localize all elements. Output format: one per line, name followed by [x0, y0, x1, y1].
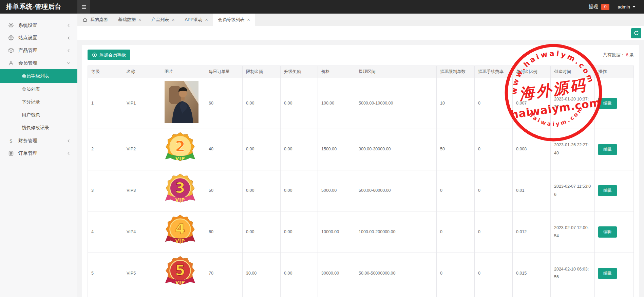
- cell-image: [161, 78, 205, 129]
- cell-withdraw_fee_rate: 0: [475, 129, 513, 170]
- cell-level: [88, 294, 123, 297]
- cell-created_at: 2023-02-07 11:53:06: [551, 170, 595, 211]
- cell-action: 编辑: [595, 253, 634, 294]
- edit-button[interactable]: 编辑: [598, 144, 617, 155]
- tab-close-icon[interactable]: ×: [247, 17, 250, 22]
- edit-button[interactable]: 编辑: [598, 268, 617, 279]
- vip3-badge: 3VIP: [165, 173, 196, 206]
- svg-text:VIP: VIP: [175, 280, 185, 285]
- sidebar-item-downscore-records[interactable]: 下分记录: [0, 96, 77, 109]
- cell-limit_amount: 0.00: [243, 170, 281, 211]
- chevron-left-icon: [67, 23, 71, 27]
- sidebar-item-wallet-change-records[interactable]: 钱包修改记录: [0, 122, 77, 134]
- home-icon: [82, 17, 88, 22]
- cell-withdraw_range: 300.00-30000.00: [355, 129, 437, 170]
- tab-basic-data[interactable]: 基础数据×: [113, 14, 146, 26]
- tab-label: 会员等级列表: [218, 17, 245, 23]
- cell-withdraw_range: 500.00-60000.00: [355, 170, 437, 211]
- edit-button[interactable]: 编辑: [598, 226, 617, 238]
- sidebar-item-finance-management[interactable]: $财务管理: [0, 134, 77, 147]
- sidebar-item-label: 订单管理: [18, 150, 62, 156]
- tab-my-desktop[interactable]: 我的桌面: [77, 14, 113, 26]
- tab-close-icon[interactable]: ×: [172, 17, 174, 22]
- cell-withdraw_fee_rate: 0: [475, 211, 513, 253]
- tab-app-scroll[interactable]: APP滚动×: [179, 14, 213, 26]
- site-settings-icon: [8, 35, 14, 41]
- user-menu[interactable]: admin: [618, 4, 636, 10]
- cell-price: 10000.00: [318, 211, 355, 253]
- sidebar-item-product-management[interactable]: 产品管理: [0, 44, 77, 57]
- svg-text:VIP: VIP: [175, 238, 185, 244]
- tab-close-icon[interactable]: ×: [138, 17, 141, 22]
- cell-image: 6VIP: [161, 294, 205, 297]
- sidebar-item-label: 产品管理: [18, 48, 62, 54]
- tab-label: 产品列表: [151, 17, 169, 23]
- member-management-icon: [8, 60, 14, 66]
- cell-limit_amount: [243, 294, 281, 297]
- sidebar-item-member-management[interactable]: 会员管理: [0, 57, 77, 69]
- cell-image: 2VIP: [161, 129, 205, 170]
- cell-upgrade_reward: 0.00: [281, 78, 318, 129]
- sidebar-item-system-settings[interactable]: 系统设置: [0, 19, 77, 32]
- cell-withdraw_limit_count: 0: [437, 211, 475, 253]
- cell-withdraw_limit_count: 0: [437, 170, 475, 211]
- cell-commission_rate: 0.008: [513, 129, 551, 170]
- cell-commission_rate: 0.007: [513, 78, 551, 129]
- column-header-commission_rate: 单佣金比例: [513, 66, 551, 78]
- sidebar-item-member-level-list[interactable]: 会员等级列表: [0, 69, 77, 83]
- table-header-row: 添加会员等级 共有数据：6条: [88, 50, 634, 60]
- caret-down-icon: [632, 5, 636, 8]
- svg-text:3: 3: [175, 180, 185, 196]
- cell-name: VIP3: [123, 170, 161, 211]
- cell-commission_rate: [513, 294, 551, 297]
- cell-price: 1500.00: [318, 129, 355, 170]
- refresh-button[interactable]: [631, 28, 641, 38]
- cell-daily_orders: 40: [205, 129, 243, 170]
- vip2-badge: 2VIP: [165, 132, 196, 164]
- sidebar-item-label: 财务管理: [18, 138, 62, 144]
- column-header-name: 名称: [123, 66, 161, 78]
- cell-commission_rate: 0.01: [513, 170, 551, 211]
- tab-label: APP滚动: [185, 17, 202, 23]
- cell-withdraw_fee_rate: [475, 294, 513, 297]
- sidebar-toggle-button[interactable]: [77, 0, 90, 14]
- cell-level: 5: [88, 253, 123, 294]
- svg-text:4: 4: [175, 221, 185, 237]
- withdraw-link[interactable]: 提现: [589, 4, 598, 10]
- sidebar-item-user-wallet[interactable]: 用户钱包: [0, 109, 77, 122]
- tab-product-list[interactable]: 产品列表×: [146, 14, 179, 26]
- cell-withdraw_fee_rate: 0: [475, 170, 513, 211]
- sidebar-item-label: 会员管理: [18, 60, 62, 66]
- table-row: 1VIP1600.000.00100.005000.00-10000.00100…: [88, 78, 634, 129]
- sidebar-item-site-settings[interactable]: 站点设置: [0, 32, 77, 44]
- sidebar-item-label: 站点设置: [18, 35, 62, 41]
- cell-withdraw_limit_count: 10: [437, 78, 475, 129]
- tab-label: 我的桌面: [90, 17, 108, 23]
- sidebar-item-order-management[interactable]: 订单管理: [0, 147, 77, 160]
- cell-limit_amount: 0.00: [243, 211, 281, 253]
- cell-name: VIP1: [123, 78, 161, 129]
- table-row: 5VIP55VIP7030.000.0030000.0050.00-500000…: [88, 253, 634, 294]
- chevron-left-icon: [67, 139, 71, 143]
- tab-member-level-list[interactable]: 会员等级列表×: [213, 14, 255, 26]
- add-member-level-button[interactable]: 添加会员等级: [88, 50, 130, 60]
- column-header-limit_amount: 限制金额: [243, 66, 281, 78]
- cell-daily_orders: 70: [205, 253, 243, 294]
- cell-withdraw_limit_count: 50: [437, 129, 475, 170]
- order-management-icon: [8, 150, 14, 156]
- edit-button[interactable]: 编辑: [598, 98, 617, 109]
- sidebar-item-member-list[interactable]: 会员列表: [0, 83, 77, 96]
- cell-upgrade_reward: [281, 294, 318, 297]
- cell-commission_rate: 0.015: [513, 253, 551, 294]
- svg-text:VIP: VIP: [175, 156, 185, 161]
- cell-created_at: 2023-02-07 12:00:54: [551, 211, 595, 253]
- cell-name: VIP2: [123, 129, 161, 170]
- toolbar: [77, 26, 644, 40]
- system-settings-icon: [8, 22, 14, 28]
- menu-icon: [81, 4, 87, 10]
- tab-close-icon[interactable]: ×: [205, 17, 208, 22]
- cell-level: 1: [88, 78, 123, 129]
- edit-button[interactable]: 编辑: [598, 185, 617, 196]
- count-number: 6: [626, 52, 628, 57]
- cell-created_at: 2023-01-26 22:27:40: [551, 129, 595, 170]
